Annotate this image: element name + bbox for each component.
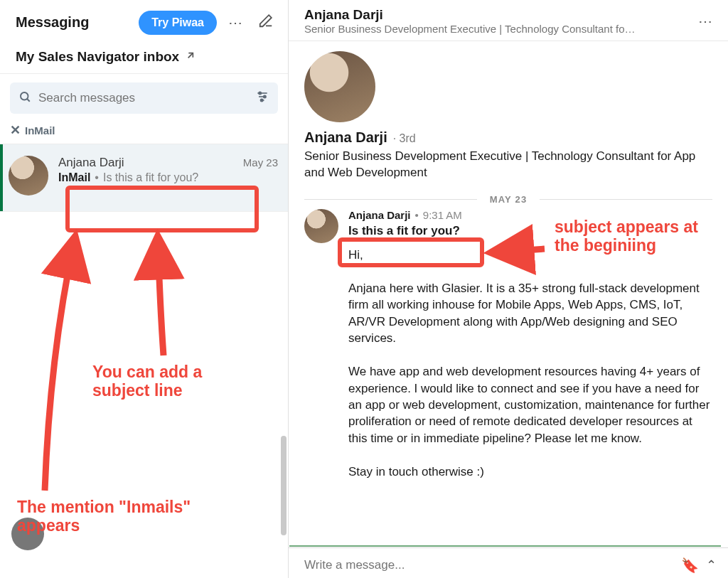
thread-more-icon[interactable]: ⋯ [694, 10, 717, 33]
thread-header-name: Anjana Darji [304, 7, 687, 23]
search-icon [18, 90, 31, 106]
composer[interactable]: 🔖 ⌃ [289, 547, 728, 578]
profile-avatar[interactable] [304, 51, 375, 122]
avatar [304, 209, 338, 243]
svg-point-1 [259, 92, 261, 94]
search-box[interactable] [10, 82, 278, 114]
message-subject: Is this a fit for you? [348, 224, 712, 238]
message-body: Hi, Anjana here with Glasier. It is a 35… [348, 247, 712, 480]
svg-point-0 [21, 92, 28, 100]
inbox-subheader[interactable]: My Sales Navigator inbox [16, 49, 179, 65]
svg-point-3 [261, 99, 263, 101]
bookmark-icon[interactable]: 🔖 [681, 557, 699, 574]
filter-chip-inmail[interactable]: ✕ InMail [10, 124, 55, 137]
composer-input[interactable] [304, 558, 674, 572]
sidebar: Messaging Try Piwaa ⋯ My Sales Navigator… [0, 0, 289, 578]
search-input[interactable] [38, 91, 248, 105]
conversation-preview: Is this a fit for you? [103, 171, 198, 184]
conversation-item[interactable]: Anjana Darji May 23 InMail • Is this a f… [0, 144, 288, 212]
thread-header-subtitle: Senior Business Development Executive | … [304, 23, 687, 35]
svg-point-2 [264, 95, 266, 97]
try-piwaa-button[interactable]: Try Piwaa [139, 11, 217, 35]
profile-title: Senior Business Development Executive | … [304, 149, 712, 181]
profile-name[interactable]: Anjana Darji [304, 129, 387, 146]
expand-icon[interactable]: ⌃ [706, 557, 717, 573]
avatar [9, 156, 48, 196]
scrollbar[interactable] [281, 436, 287, 535]
message-sender: Anjana Darji [348, 209, 411, 221]
compose-icon[interactable] [254, 10, 278, 35]
conversation-date: May 23 [243, 156, 278, 168]
filter-icon[interactable] [255, 90, 269, 107]
conversation-list: Anjana Darji May 23 InMail • Is this a f… [0, 144, 288, 578]
close-icon[interactable]: ✕ [10, 124, 21, 137]
message: Anjana Darji • 9:31 AM Is this a fit for… [304, 209, 712, 480]
conversation-name: Anjana Darji [58, 156, 124, 170]
messaging-title: Messaging [16, 14, 132, 31]
conversation-panel: Anjana Darji Senior Business Development… [289, 0, 728, 578]
more-icon[interactable]: ⋯ [224, 11, 247, 34]
external-link-icon[interactable] [185, 49, 196, 65]
message-time: 9:31 AM [423, 209, 462, 221]
avatar [11, 518, 44, 550]
inmail-tag: InMail [58, 171, 90, 184]
filter-chip-label: InMail [25, 124, 55, 137]
profile-degree: · 3rd [393, 132, 416, 145]
date-divider: MAY 23 [304, 194, 712, 205]
